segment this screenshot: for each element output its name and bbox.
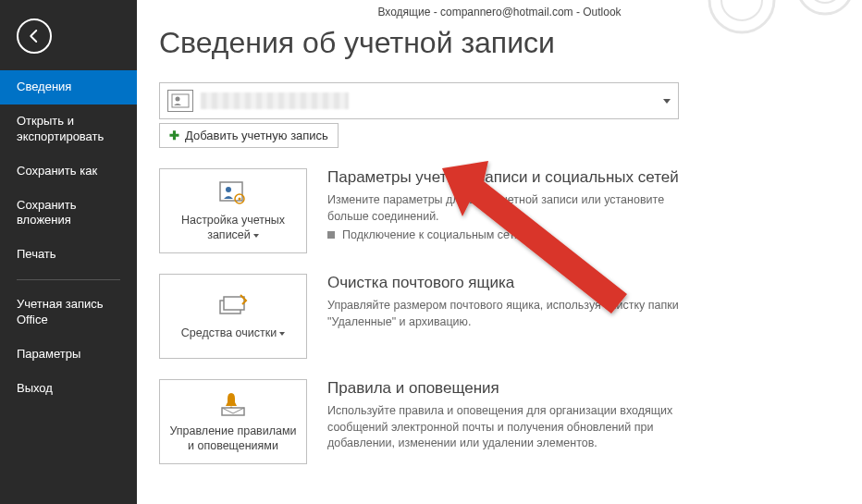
- section-text: Управляйте размером почтового ящика, исп…: [327, 298, 697, 330]
- svg-rect-11: [224, 297, 244, 310]
- dropdown-caret-icon: [253, 234, 259, 238]
- outlook-backstage: Сведения Открыть и экспортировать Сохран…: [0, 0, 862, 504]
- arrow-left-icon: [26, 28, 43, 44]
- add-account-label: Добавить учетную запись: [185, 129, 328, 142]
- tile-label: Управление правилами и оповещениями: [166, 424, 301, 453]
- svg-point-5: [176, 97, 180, 102]
- section-title: Параметры учетной записи и социальных се…: [327, 168, 697, 187]
- nav-item-print[interactable]: Печать: [0, 238, 137, 272]
- section-rules: Управление правилами и оповещениями Прав…: [159, 379, 840, 464]
- nav-item-open-export[interactable]: Открыть и экспортировать: [0, 104, 137, 154]
- social-connect-link[interactable]: Подключение к социальным сетям.: [327, 228, 697, 241]
- backstage-sidebar: Сведения Открыть и экспортировать Сохран…: [0, 0, 137, 504]
- tiles-container: Настройка учетных записей Параметры учет…: [159, 168, 840, 464]
- section-desc: Очистка почтового ящика Управляйте разме…: [327, 274, 697, 334]
- tile-cleanup-tools[interactable]: Средства очистки: [159, 274, 307, 359]
- tile-label: Средства очистки: [181, 326, 285, 341]
- nav-item-office-account[interactable]: Учетная запись Office: [0, 288, 137, 338]
- tile-label: Настройка учетных записей: [166, 214, 301, 242]
- chevron-down-icon: [663, 99, 671, 104]
- section-title: Правила и оповещения: [327, 379, 697, 398]
- svg-rect-13: [222, 408, 244, 415]
- section-cleanup: Средства очистки Очистка почтового ящика…: [159, 274, 840, 359]
- nav-item-save-as[interactable]: Сохранить как: [0, 154, 137, 189]
- section-text: Используйте правила и оповещения для орг…: [327, 403, 697, 452]
- svg-point-7: [226, 187, 231, 192]
- nav-item-exit[interactable]: Выход: [0, 372, 137, 406]
- rules-bell-icon: [215, 389, 252, 419]
- section-account-settings: Настройка учетных записей Параметры учет…: [159, 168, 840, 253]
- section-text: Измените параметры для этой учетной запи…: [327, 192, 697, 225]
- nav-item-options[interactable]: Параметры: [0, 338, 137, 372]
- section-desc: Правила и оповещения Используйте правила…: [327, 379, 697, 456]
- broom-icon: [215, 291, 252, 321]
- tile-rules-alerts[interactable]: Управление правилами и оповещениями: [159, 379, 307, 464]
- person-gear-icon: [215, 178, 252, 208]
- nav-item-save-attachments[interactable]: Сохранить вложения: [0, 189, 137, 239]
- nav-separator: [17, 279, 120, 280]
- account-selector[interactable]: [159, 82, 679, 119]
- add-account-button[interactable]: ✚ Добавить учетную запись: [159, 123, 339, 148]
- back-button[interactable]: [17, 18, 52, 54]
- tile-account-settings[interactable]: Настройка учетных записей: [159, 168, 307, 253]
- nav-item-info[interactable]: Сведения: [0, 70, 137, 104]
- plus-icon: ✚: [169, 129, 179, 142]
- bullet-icon: [327, 231, 335, 239]
- section-desc: Параметры учетной записи и социальных се…: [327, 168, 697, 241]
- content-area: Входящие - compannero@hotmail.com - Outl…: [137, 0, 862, 504]
- account-icon: [167, 90, 193, 112]
- account-email-redacted: [201, 92, 349, 109]
- dropdown-caret-icon: [279, 332, 285, 336]
- svg-point-9: [239, 198, 241, 201]
- window-title: Входящие - compannero@hotmail.com - Outl…: [159, 0, 840, 18]
- section-title: Очистка почтового ящика: [327, 274, 697, 292]
